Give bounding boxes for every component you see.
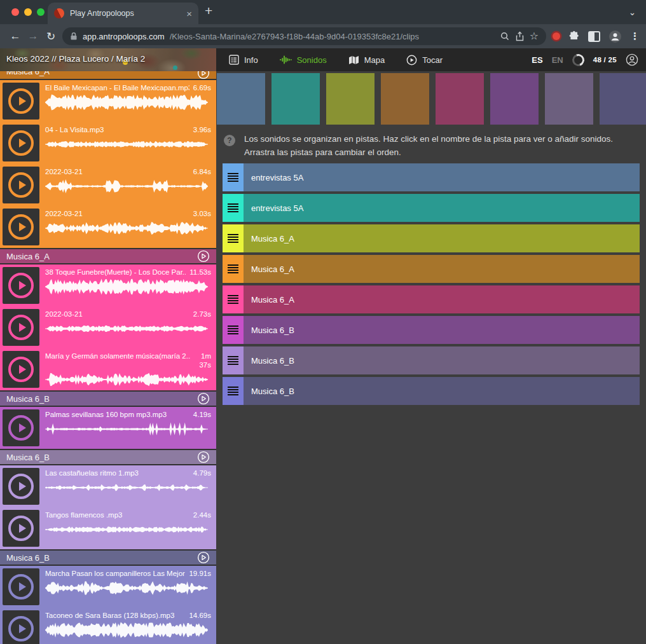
play-section-icon[interactable] xyxy=(197,392,210,405)
side-panel-icon[interactable] xyxy=(588,31,600,42)
back-button[interactable]: ← xyxy=(6,30,24,43)
nav-tab-tocar[interactable]: Tocar xyxy=(406,55,443,65)
track-name-button[interactable]: Musica 6_A xyxy=(244,285,640,313)
browser-menu-kebab-icon[interactable]: ⋮ xyxy=(630,31,640,42)
track-color-swatch[interactable] xyxy=(545,73,593,125)
extensions-puzzle-icon[interactable] xyxy=(568,31,580,42)
share-icon[interactable] xyxy=(515,31,525,41)
track-name-button[interactable]: Musica 6_A xyxy=(244,255,640,283)
clip-waveform[interactable] xyxy=(45,421,208,437)
clip-waveform[interactable] xyxy=(45,136,208,153)
account-icon[interactable] xyxy=(626,53,638,66)
track-name-button[interactable]: entrevistas 5A xyxy=(244,163,640,191)
clip-play-button[interactable] xyxy=(3,610,39,644)
track-color-swatch[interactable] xyxy=(436,73,484,125)
clip-name-row: 38 Toque Funebre(Muerte) - Los Doce Par.… xyxy=(45,268,211,277)
track-drag-handle[interactable] xyxy=(223,316,244,344)
forward-button[interactable]: → xyxy=(24,30,42,43)
clip-waveform[interactable] xyxy=(45,178,208,195)
tab-search-chevron-icon[interactable]: ⌄ xyxy=(629,8,636,17)
section-header-musica-6-b[interactable]: Musica 6_B xyxy=(0,392,216,406)
section-header-musica-6-b[interactable]: Musica 6_B xyxy=(0,551,216,565)
track-drag-handle[interactable] xyxy=(223,255,244,283)
track-row[interactable]: Musica 6_A xyxy=(223,224,640,252)
clip-waveform[interactable] xyxy=(45,580,208,596)
clip-waveform[interactable] xyxy=(45,320,208,337)
screen-recording-indicator-icon[interactable] xyxy=(553,32,560,40)
track-name-button[interactable]: Musica 6_B xyxy=(244,377,640,405)
clip-play-button[interactable] xyxy=(3,209,39,245)
play-section-icon[interactable] xyxy=(197,71,210,79)
clip-play-button[interactable] xyxy=(3,267,39,304)
track-drag-handle[interactable] xyxy=(223,285,244,313)
track-row[interactable]: Musica 6_A xyxy=(223,285,640,313)
bookmark-star-icon[interactable]: ☆ xyxy=(530,31,539,41)
project-cover-image[interactable]: Kleos 2022 // Plaza Lucero / María 2 xyxy=(0,48,216,71)
track-name-button[interactable]: Musica 6_B xyxy=(244,346,640,374)
clip-play-button[interactable] xyxy=(3,409,39,446)
profile-avatar[interactable] xyxy=(608,30,622,43)
track-color-swatch[interactable] xyxy=(381,73,429,125)
clip-waveform[interactable] xyxy=(45,521,208,538)
section-header-musica-6-b[interactable]: Musica 6_B xyxy=(0,450,216,464)
track-row[interactable]: entrevistas 5A xyxy=(223,163,640,191)
drag-handle-bar xyxy=(228,331,238,332)
play-section-icon[interactable] xyxy=(197,551,210,564)
nav-tab-info[interactable]: Info xyxy=(229,55,258,65)
track-color-swatch[interactable] xyxy=(490,73,539,125)
track-drag-handle[interactable] xyxy=(223,377,244,405)
track-color-swatch[interactable] xyxy=(326,73,375,125)
clip-play-button[interactable] xyxy=(3,83,39,120)
window-zoom-button[interactable] xyxy=(37,8,45,16)
language-es-button[interactable]: ES xyxy=(532,55,542,65)
drag-handle-bar xyxy=(228,303,238,304)
track-name-button[interactable]: Musica 6_A xyxy=(244,224,640,252)
tab-close-icon[interactable]: × xyxy=(186,9,192,18)
track-drag-handle[interactable] xyxy=(223,346,244,374)
track-row[interactable]: Musica 6_B xyxy=(223,346,640,374)
play-section-icon[interactable] xyxy=(197,451,210,463)
clip-info: 2022-03-216.84s xyxy=(39,164,216,206)
track-color-swatch[interactable] xyxy=(600,73,646,125)
clip-waveform[interactable] xyxy=(45,220,208,236)
reload-button[interactable]: ↻ xyxy=(42,30,60,43)
track-drag-handle[interactable] xyxy=(223,194,244,222)
clip-duration: 3.03s xyxy=(193,209,211,218)
clip-play-button[interactable] xyxy=(3,468,39,505)
clip-waveform[interactable] xyxy=(45,622,208,638)
zoom-search-icon[interactable] xyxy=(500,31,510,41)
clip-waveform[interactable] xyxy=(45,278,208,295)
clip-waveform[interactable] xyxy=(45,371,208,388)
play-triangle-icon xyxy=(19,139,26,147)
track-row[interactable]: Musica 6_B xyxy=(223,316,640,344)
track-row[interactable]: Musica 6_B xyxy=(223,377,640,405)
clip-play-button[interactable] xyxy=(3,167,39,203)
track-name-button[interactable]: entrevistas 5A xyxy=(244,194,640,222)
address-bar[interactable]: app.antropoloops.com/Kleos-Santa-Marina/… xyxy=(62,27,546,45)
track-drag-handle[interactable] xyxy=(223,224,244,252)
clip-play-button[interactable] xyxy=(3,510,39,547)
clip-waveform[interactable] xyxy=(45,94,208,111)
language-en-button[interactable]: EN xyxy=(552,55,563,65)
clip-play-button[interactable] xyxy=(3,568,39,605)
window-close-button[interactable] xyxy=(11,8,19,16)
track-label: entrevistas 5A xyxy=(251,173,303,182)
clip-play-button[interactable] xyxy=(3,125,39,161)
section-header-musica-6-a[interactable]: Musica 6_A xyxy=(0,71,216,79)
track-color-swatch[interactable] xyxy=(217,73,265,125)
section-header-musica-6-a[interactable]: Musica 6_A xyxy=(0,249,216,263)
clip-play-button[interactable] xyxy=(3,351,39,388)
track-color-swatch[interactable] xyxy=(271,73,320,125)
nav-tab-mapa[interactable]: Mapa xyxy=(348,55,385,65)
clip-play-button[interactable] xyxy=(3,309,39,346)
browser-tab[interactable]: Play Antropoloops × xyxy=(48,3,198,24)
new-tab-button[interactable]: + xyxy=(205,3,212,18)
track-row[interactable]: Musica 6_A xyxy=(223,255,640,283)
track-row[interactable]: entrevistas 5A xyxy=(223,194,640,222)
track-name-button[interactable]: Musica 6_B xyxy=(244,316,640,344)
window-minimize-button[interactable] xyxy=(24,8,32,16)
track-drag-handle[interactable] xyxy=(223,163,244,191)
play-section-icon[interactable] xyxy=(197,250,210,263)
clip-waveform[interactable] xyxy=(45,479,208,496)
nav-tab-sonidos[interactable]: Sonidos xyxy=(280,55,327,65)
